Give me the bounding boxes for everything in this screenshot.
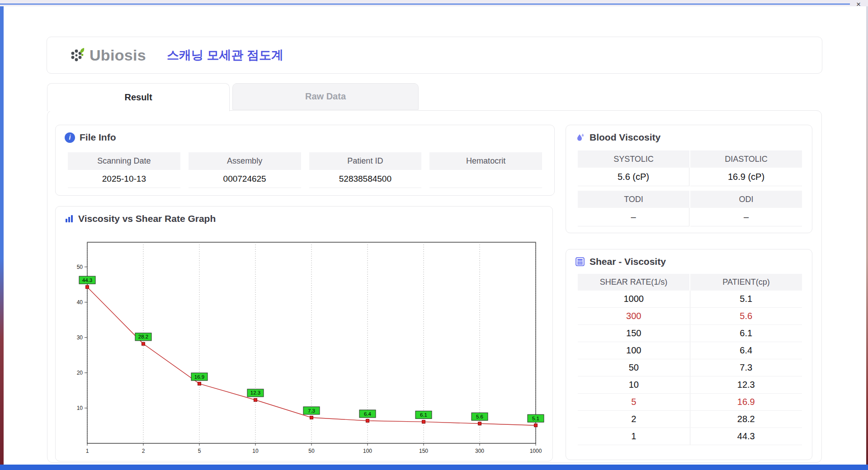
shear-viscosity-panel: Shear - Viscosity SHEAR RATE(1/s) PATIEN… — [566, 249, 812, 460]
brand-name: Ubiosis — [90, 47, 146, 64]
field-label: Scanning Date — [68, 152, 180, 170]
titlebar — [0, 0, 868, 6]
table-row: 1012.3 — [578, 376, 802, 394]
tab-raw-data[interactable]: Raw Data — [232, 83, 419, 110]
titlebar-accent-line — [0, 4, 850, 5]
odi-label: ODI — [690, 191, 802, 208]
field-label: Hematocrit — [429, 152, 542, 170]
field-patient-id: Patient ID 52838584500 — [309, 152, 422, 188]
shear-rate-cell: 1 — [578, 428, 690, 445]
file-info-panel: File Info Scanning Date 2025-10-13 Assem… — [55, 125, 555, 196]
svg-text:44.3: 44.3 — [82, 277, 92, 283]
viscosity-chart: 12510501001503001000102030405044.328.216… — [59, 238, 547, 459]
patient-cell: 16.9 — [690, 394, 802, 410]
svg-text:6.1: 6.1 — [420, 412, 427, 418]
field-label: Patient ID — [309, 152, 422, 170]
table-row: 1506.1 — [578, 325, 802, 342]
patient-cell: 6.4 — [690, 342, 802, 359]
droplet-icon — [575, 132, 585, 142]
field-value: 000724625 — [189, 170, 301, 188]
table-row: 228.2 — [578, 411, 802, 428]
svg-text:100: 100 — [363, 448, 372, 454]
blood-viscosity-panel: Blood Viscosity SYSTOLIC DIASTOLIC 5.6 (… — [566, 125, 812, 233]
todi-value: – — [578, 208, 689, 226]
field-label: Assembly — [189, 152, 301, 170]
svg-text:5: 5 — [198, 448, 201, 454]
systolic-label: SYSTOLIC — [578, 150, 689, 168]
svg-text:6.4: 6.4 — [364, 411, 372, 417]
field-value: 2025-10-13 — [68, 170, 180, 188]
field-hematocrit: Hematocrit — [429, 152, 542, 188]
shear-viscosity-title: Shear - Viscosity — [590, 256, 666, 267]
patient-cell: 28.2 — [690, 411, 802, 428]
shear-viscosity-body: 10005.13005.61506.11006.4507.31012.3516.… — [578, 291, 802, 445]
taskbar-strip — [0, 465, 868, 470]
close-icon[interactable]: × — [854, 0, 863, 9]
shear-rate-cell: 300 — [578, 308, 690, 324]
svg-text:20: 20 — [77, 370, 83, 376]
table-row: 507.3 — [578, 359, 802, 376]
patient-cell: 12.3 — [690, 376, 802, 393]
ubiosis-logo: Ubiosis — [69, 47, 146, 64]
info-icon — [65, 132, 75, 143]
table-row: 3005.6 — [578, 308, 802, 325]
svg-text:5.1: 5.1 — [532, 416, 539, 421]
desktop-background-right — [866, 0, 868, 470]
table-header-row: SHEAR RATE(1/s) PATIENT(cp) — [578, 274, 802, 291]
svg-text:7.3: 7.3 — [308, 408, 315, 414]
shear-rate-cell: 5 — [578, 394, 690, 410]
svg-text:12.3: 12.3 — [250, 390, 260, 395]
patient-cell: 6.1 — [690, 325, 802, 342]
svg-text:50: 50 — [77, 264, 83, 270]
patient-cell: 5.6 — [690, 308, 802, 324]
blood-viscosity-title: Blood Viscosity — [590, 132, 660, 143]
calculator-icon — [575, 257, 585, 267]
svg-text:16.9: 16.9 — [194, 374, 204, 380]
header-card: Ubiosis 스캐닝 모세관 점도계 — [47, 37, 822, 74]
svg-text:28.2: 28.2 — [138, 334, 148, 339]
todi-label: TODI — [578, 191, 689, 208]
graph-panel: Viscosity vs Shear Rate Graph 1251050100… — [55, 206, 553, 461]
column-header-shear-rate: SHEAR RATE(1/s) — [578, 274, 689, 291]
app-window: Ubiosis 스캐닝 모세관 점도계 Result Raw Data File… — [4, 6, 866, 465]
graph-title: Viscosity vs Shear Rate Graph — [78, 213, 216, 224]
svg-text:1000: 1000 — [530, 448, 542, 454]
file-info-title: File Info — [80, 132, 116, 143]
field-scanning-date: Scanning Date 2025-10-13 — [68, 152, 180, 188]
shear-rate-cell: 10 — [578, 376, 690, 393]
diastolic-value: 16.9 (cP) — [690, 168, 802, 186]
field-value: 52838584500 — [309, 170, 422, 188]
svg-text:300: 300 — [475, 448, 484, 454]
table-row: 10005.1 — [578, 291, 802, 308]
svg-text:10: 10 — [77, 405, 83, 411]
bar-chart-icon — [65, 214, 74, 223]
svg-text:1: 1 — [86, 448, 89, 454]
desktop-background-left — [0, 0, 4, 470]
svg-text:40: 40 — [77, 299, 83, 306]
blood-viscosity-table: SYSTOLIC DIASTOLIC 5.6 (cP) 16.9 (cP) TO… — [578, 150, 802, 226]
odi-value: – — [690, 208, 802, 226]
patient-cell: 7.3 — [690, 359, 802, 376]
shear-rate-cell: 50 — [578, 359, 690, 376]
field-assembly: Assembly 000724625 — [189, 152, 301, 188]
table-row: 144.3 — [578, 428, 802, 445]
svg-text:30: 30 — [77, 334, 83, 341]
patient-cell: 44.3 — [690, 428, 802, 445]
svg-text:150: 150 — [419, 448, 428, 454]
column-header-patient: PATIENT(cp) — [690, 274, 802, 291]
shear-rate-cell: 150 — [578, 325, 690, 342]
shear-viscosity-table: SHEAR RATE(1/s) PATIENT(cp) 10005.13005.… — [578, 274, 802, 445]
shear-rate-cell: 2 — [578, 411, 690, 428]
diastolic-label: DIASTOLIC — [690, 150, 802, 168]
tab-result[interactable]: Result — [47, 83, 230, 111]
shear-rate-cell: 1000 — [578, 291, 690, 307]
field-value — [429, 170, 542, 188]
page-title: 스캐닝 모세관 점도계 — [167, 47, 283, 63]
ubiosis-logo-icon — [69, 47, 87, 63]
svg-text:10: 10 — [252, 448, 259, 454]
shear-rate-cell: 100 — [578, 342, 690, 359]
svg-text:5.6: 5.6 — [476, 414, 483, 419]
svg-text:2: 2 — [142, 448, 145, 454]
table-row: 516.9 — [578, 394, 802, 411]
table-row: 1006.4 — [578, 342, 802, 359]
